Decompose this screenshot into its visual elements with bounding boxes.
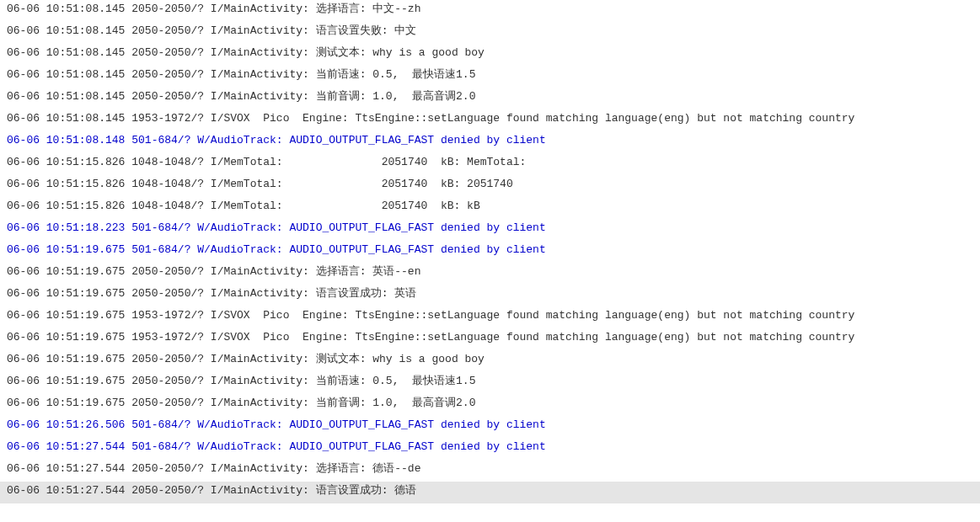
log-line[interactable]: 06-06 10:51:19.675 1953-1972/? I/SVOX Pi…	[0, 306, 980, 328]
log-text: 06-06 10:51:27.544 2050-2050/? I/MainAct…	[7, 463, 420, 474]
log-text: 06-06 10:51:19.675 2050-2050/? I/MainAct…	[7, 354, 485, 365]
log-line[interactable]: 06-06 10:51:08.148 501-684/? W/AudioTrac…	[0, 131, 980, 153]
log-text: 06-06 10:51:08.145 1953-1972/? I/SVOX Pi…	[7, 113, 854, 124]
log-text: 06-06 10:51:08.145 2050-2050/? I/MainAct…	[7, 3, 420, 14]
log-text: 06-06 10:51:08.145 2050-2050/? I/MainAct…	[7, 25, 416, 36]
log-text: 06-06 10:51:19.675 2050-2050/? I/MainAct…	[7, 376, 475, 386]
log-text: 06-06 10:51:19.675 2050-2050/? I/MainAct…	[7, 288, 416, 299]
log-line[interactable]: 06-06 10:51:19.675 501-684/? W/AudioTrac…	[0, 241, 980, 263]
log-line[interactable]: 06-06 10:51:08.145 2050-2050/? I/MainAct…	[0, 22, 980, 44]
log-line[interactable]: 06-06 10:51:19.675 2050-2050/? I/MainAct…	[0, 372, 980, 394]
log-line[interactable]: 06-06 10:51:15.826 1048-1048/? I/MemTota…	[0, 197, 980, 219]
log-text: 06-06 10:51:18.223 501-684/? W/AudioTrac…	[7, 222, 546, 233]
log-line[interactable]: 06-06 10:51:27.544 2050-2050/? I/MainAct…	[0, 460, 980, 482]
log-text: 06-06 10:51:15.826 1048-1048/? I/MemTota…	[7, 200, 480, 211]
log-line[interactable]: 06-06 10:51:19.675 1953-1972/? I/SVOX Pi…	[0, 328, 980, 350]
log-text: 06-06 10:51:08.145 2050-2050/? I/MainAct…	[7, 69, 475, 80]
log-text: 06-06 10:51:27.544 2050-2050/? I/MainAct…	[7, 485, 416, 496]
log-text: 06-06 10:51:19.675 1953-1972/? I/SVOX Pi…	[7, 332, 854, 343]
log-line[interactable]: 06-06 10:51:19.675 2050-2050/? I/MainAct…	[0, 285, 980, 306]
log-text: 06-06 10:51:15.826 1048-1048/? I/MemTota…	[7, 157, 526, 168]
log-text: 06-06 10:51:19.675 2050-2050/? I/MainAct…	[7, 266, 420, 277]
log-line[interactable]: 06-06 10:51:08.145 2050-2050/? I/MainAct…	[0, 44, 980, 66]
log-line[interactable]: 06-06 10:51:27.544 501-684/? W/AudioTrac…	[0, 438, 980, 460]
log-text: 06-06 10:51:19.675 1953-1972/? I/SVOX Pi…	[7, 310, 854, 321]
log-text: 06-06 10:51:08.145 2050-2050/? I/MainAct…	[7, 47, 485, 58]
log-line[interactable]: 06-06 10:51:18.223 501-684/? W/AudioTrac…	[0, 219, 980, 241]
log-line[interactable]: 06-06 10:51:19.675 2050-2050/? I/MainAct…	[0, 394, 980, 416]
log-text: 06-06 10:51:19.675 2050-2050/? I/MainAct…	[7, 397, 475, 408]
log-line[interactable]: 06-06 10:51:08.145 1953-1972/? I/SVOX Pi…	[0, 109, 980, 131]
log-line[interactable]: 06-06 10:51:08.145 2050-2050/? I/MainAct…	[0, 0, 980, 22]
log-line[interactable]: 06-06 10:51:08.145 2050-2050/? I/MainAct…	[0, 66, 980, 88]
log-line[interactable]: 06-06 10:51:08.145 2050-2050/? I/MainAct…	[0, 88, 980, 109]
log-line[interactable]: 06-06 10:51:19.675 2050-2050/? I/MainAct…	[0, 263, 980, 285]
log-line[interactable]: 06-06 10:51:19.675 2050-2050/? I/MainAct…	[0, 350, 980, 372]
log-text: 06-06 10:51:26.506 501-684/? W/AudioTrac…	[7, 419, 546, 430]
log-line[interactable]: 06-06 10:51:26.506 501-684/? W/AudioTrac…	[0, 416, 980, 438]
log-line[interactable]: 06-06 10:51:27.544 2050-2050/? I/MainAct…	[0, 482, 980, 503]
logcat-panel[interactable]: 06-06 10:51:08.145 2050-2050/? I/MainAct…	[0, 0, 980, 503]
log-line[interactable]: 06-06 10:51:15.826 1048-1048/? I/MemTota…	[0, 175, 980, 197]
log-line[interactable]: 06-06 10:51:15.826 1048-1048/? I/MemTota…	[0, 153, 980, 175]
log-text: 06-06 10:51:27.544 501-684/? W/AudioTrac…	[7, 441, 546, 452]
log-text: 06-06 10:51:15.826 1048-1048/? I/MemTota…	[7, 178, 513, 189]
log-text: 06-06 10:51:19.675 501-684/? W/AudioTrac…	[7, 244, 546, 255]
log-text: 06-06 10:51:08.145 2050-2050/? I/MainAct…	[7, 91, 475, 102]
log-text: 06-06 10:51:08.148 501-684/? W/AudioTrac…	[7, 135, 546, 146]
